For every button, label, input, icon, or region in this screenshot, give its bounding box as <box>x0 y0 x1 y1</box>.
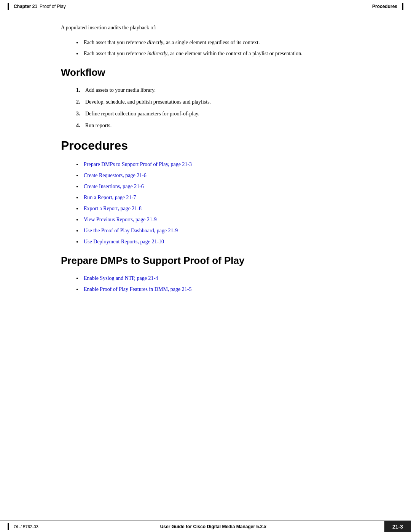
prepare-link-list: Enable Syslog and NTP, page 21-4 Enable … <box>76 274 381 293</box>
procedures-link-6-anchor[interactable]: View Previous Reports, page 21-9 <box>84 217 157 222</box>
footer-bar: OL-15762-03 User Guide for Cisco Digital… <box>0 521 411 532</box>
intro-bullet-list: Each asset that you reference directly, … <box>76 38 381 58</box>
prepare-heading: Prepare DMPs to Support Proof of Play <box>61 255 381 267</box>
procedures-link-1-anchor[interactable]: Prepare DMPs to Support Proof of Play, p… <box>84 161 192 167</box>
procedures-link-8-anchor[interactable]: Use Deployment Reports, page 21-10 <box>84 239 164 244</box>
procedures-link-4-anchor[interactable]: Run a Report, page 21-7 <box>84 195 136 200</box>
footer-left-label: OL-15762-03 <box>14 524 38 529</box>
procedures-link-5-anchor[interactable]: Export a Report, page 21-8 <box>84 206 142 211</box>
prepare-link-1-anchor[interactable]: Enable Syslog and NTP, page 21-4 <box>84 275 158 281</box>
intro-bullet-2-before: Each asset that you reference <box>84 51 147 56</box>
intro-bullet-1-italic: directly <box>147 40 163 45</box>
procedures-link-3: Create Insertions, page 21-6 <box>76 182 381 190</box>
procedures-link-2: Create Requestors, page 21-6 <box>76 171 381 179</box>
workflow-step-4-text: Run reports. <box>85 123 112 128</box>
chapter-title: Proof of Play <box>40 4 66 9</box>
header-bar: Chapter 21 Proof of Play Procedures <box>0 0 411 12</box>
intro-bullet-2-after: , as one element within the context of a… <box>167 51 303 56</box>
workflow-step-3-text: Define report collection parameters for … <box>85 111 199 117</box>
header-right: Procedures <box>372 3 403 10</box>
chapter-label: Chapter 21 <box>14 4 37 9</box>
header-left: Chapter 21 Proof of Play <box>8 3 66 10</box>
workflow-step-2: 2.Develop, schedule, and publish present… <box>76 98 381 106</box>
header-left-rule <box>8 3 9 10</box>
prepare-link-1: Enable Syslog and NTP, page 21-4 <box>76 274 381 282</box>
procedures-link-2-anchor[interactable]: Create Requestors, page 21-6 <box>84 173 147 178</box>
step-num-3: 3. <box>76 110 80 118</box>
intro-paragraph: A populated insertion audits the playbac… <box>61 24 381 32</box>
prepare-link-2: Enable Proof of Play Features in DMM, pa… <box>76 285 381 293</box>
workflow-step-2-text: Develop, schedule, and publish presentat… <box>85 99 211 105</box>
procedures-link-5: Export a Report, page 21-8 <box>76 204 381 212</box>
workflow-steps: 1.Add assets to your media library. 2.De… <box>76 86 381 129</box>
workflow-step-1-text: Add assets to your media library. <box>85 87 156 93</box>
procedures-link-1: Prepare DMPs to Support Proof of Play, p… <box>76 160 381 168</box>
procedures-heading: Procedures <box>61 139 381 153</box>
content-area: A populated insertion audits the playbac… <box>0 12 411 521</box>
footer-center-label: User Guide for Cisco Digital Media Manag… <box>160 524 266 529</box>
procedures-link-3-anchor[interactable]: Create Insertions, page 21-6 <box>84 184 144 189</box>
page-container: Chapter 21 Proof of Play Procedures A po… <box>0 0 411 532</box>
procedures-link-7: Use the Proof of Play Dashboard, page 21… <box>76 227 381 235</box>
procedures-link-6: View Previous Reports, page 21-9 <box>76 216 381 224</box>
prepare-link-2-anchor[interactable]: Enable Proof of Play Features in DMM, pa… <box>84 286 191 292</box>
intro-bullet-1-after: , as a single element regardless of its … <box>163 40 260 45</box>
footer-page-number: 21-3 <box>384 521 411 532</box>
procedures-link-8: Use Deployment Reports, page 21-10 <box>76 238 381 246</box>
footer-center: User Guide for Cisco Digital Media Manag… <box>42 521 384 532</box>
procedures-link-list: Prepare DMPs to Support Proof of Play, p… <box>76 160 381 246</box>
workflow-step-1: 1.Add assets to your media library. <box>76 86 381 94</box>
intro-bullet-2-italic: indirectly <box>147 51 167 56</box>
workflow-heading: Workflow <box>61 67 381 78</box>
header-right-rule <box>402 3 403 10</box>
step-num-1: 1. <box>76 86 80 94</box>
footer-left: OL-15762-03 <box>0 521 42 532</box>
workflow-step-4: 4.Run reports. <box>76 121 381 129</box>
step-num-2: 2. <box>76 98 80 106</box>
header-right-label: Procedures <box>372 4 397 9</box>
intro-bullet-1: Each asset that you reference directly, … <box>76 38 381 46</box>
procedures-link-4: Run a Report, page 21-7 <box>76 193 381 201</box>
procedures-link-7-anchor[interactable]: Use the Proof of Play Dashboard, page 21… <box>84 228 178 233</box>
step-num-4: 4. <box>76 121 80 129</box>
intro-bullet-1-before: Each asset that you reference <box>84 40 147 45</box>
intro-bullet-2: Each asset that you reference indirectly… <box>76 50 381 58</box>
footer-left-rule <box>8 523 9 530</box>
workflow-step-3: 3.Define report collection parameters fo… <box>76 110 381 118</box>
